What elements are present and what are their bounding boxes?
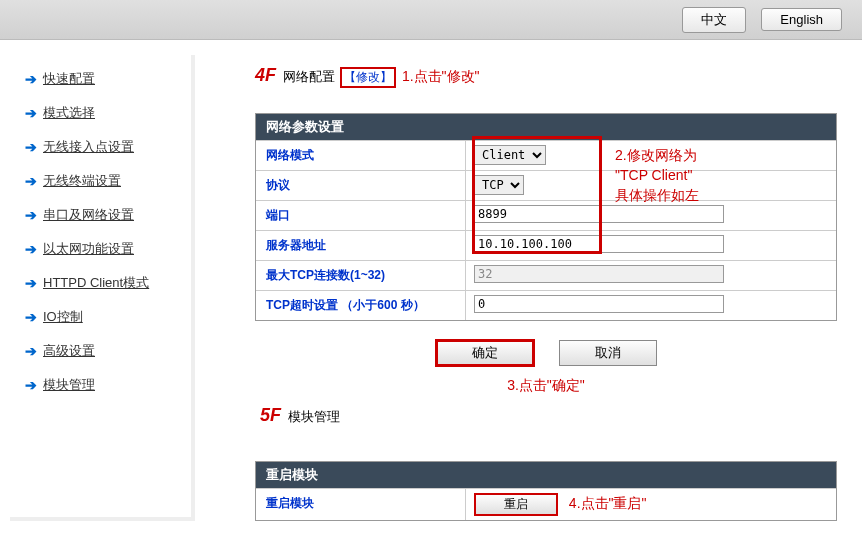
sidebar-item-serial-net[interactable]: ➔串口及网络设置 — [25, 206, 181, 224]
annotation-1: 1.点击"修改" — [402, 68, 480, 84]
sidebar-item-ethernet[interactable]: ➔以太网功能设置 — [25, 240, 181, 258]
sidebar-item-label: 无线接入点设置 — [43, 138, 134, 156]
arrow-icon: ➔ — [25, 343, 37, 359]
row-label-restart: 重启模块 — [256, 489, 466, 520]
ok-button[interactable]: 确定 — [435, 339, 535, 367]
network-mode-select[interactable]: Client — [474, 145, 546, 165]
sidebar-item-sta-settings[interactable]: ➔无线终端设置 — [25, 172, 181, 190]
table-row: 端口 — [256, 200, 836, 230]
arrow-icon: ➔ — [25, 173, 37, 189]
arrow-icon: ➔ — [25, 207, 37, 223]
protocol-select[interactable]: TCP — [474, 175, 524, 195]
sidebar-item-mode-select[interactable]: ➔模式选择 — [25, 104, 181, 122]
arrow-icon: ➔ — [25, 275, 37, 291]
sidebar-item-advanced[interactable]: ➔高级设置 — [25, 342, 181, 360]
lang-cn-button[interactable]: 中文 — [682, 7, 746, 33]
sidebar-item-label: IO控制 — [43, 308, 83, 326]
row-label-proto: 协议 — [256, 171, 466, 200]
cancel-button[interactable]: 取消 — [559, 340, 657, 366]
sidebar-item-label: 模块管理 — [43, 376, 95, 394]
sidebar-item-quick-config[interactable]: ➔快速配置 — [25, 70, 181, 88]
sidebar-item-module-mgmt[interactable]: ➔模块管理 — [25, 376, 181, 394]
table-row: TCP超时设置 （小于600 秒） — [256, 290, 836, 320]
table-row: 网络模式 Client — [256, 140, 836, 170]
section-title: 模块管理 — [288, 409, 340, 424]
restart-table: 重启模块 重启模块 重启 4.点击"重启" — [255, 461, 837, 521]
lang-en-button[interactable]: English — [761, 8, 842, 31]
sidebar-item-label: 以太网功能设置 — [43, 240, 134, 258]
table-header: 重启模块 — [256, 462, 836, 488]
sidebar-item-label: 无线终端设置 — [43, 172, 121, 190]
max-tcp-input — [474, 265, 724, 283]
row-label-server: 服务器地址 — [256, 231, 466, 260]
table-row: 最大TCP连接数(1~32) — [256, 260, 836, 290]
server-address-input[interactable] — [474, 235, 724, 253]
sidebar-item-label: HTTPD Client模式 — [43, 274, 149, 292]
sidebar-item-label: 模式选择 — [43, 104, 95, 122]
arrow-icon: ➔ — [25, 139, 37, 155]
arrow-icon: ➔ — [25, 309, 37, 325]
restart-button[interactable]: 重启 — [474, 493, 558, 516]
row-label-timeout: TCP超时设置 （小于600 秒） — [256, 291, 466, 320]
tcp-timeout-input[interactable] — [474, 295, 724, 313]
table-row: 协议 TCP — [256, 170, 836, 200]
port-input[interactable] — [474, 205, 724, 223]
section-4-header: 4F 网络配置 【修改】 1.点击"修改" — [255, 65, 837, 88]
sidebar-item-label: 快速配置 — [43, 70, 95, 88]
sidebar-item-ap-settings[interactable]: ➔无线接入点设置 — [25, 138, 181, 156]
table-row: 重启模块 重启 4.点击"重启" — [256, 488, 836, 520]
arrow-icon: ➔ — [25, 71, 37, 87]
sidebar-item-label: 串口及网络设置 — [43, 206, 134, 224]
annotation-2: 2.修改网络为 "TCP Client" 具体操作如左 — [615, 145, 699, 205]
sidebar-item-io-control[interactable]: ➔IO控制 — [25, 308, 181, 326]
annotation-4: 4.点击"重启" — [569, 495, 647, 511]
sidebar-item-label: 高级设置 — [43, 342, 95, 360]
step-marker-5f: 5F — [260, 405, 281, 425]
section-5-header: 5F 模块管理 — [260, 405, 837, 426]
annotation-3: 3.点击"确定" — [255, 377, 837, 395]
arrow-icon: ➔ — [25, 105, 37, 121]
sidebar-item-httpd-client[interactable]: ➔HTTPD Client模式 — [25, 274, 181, 292]
step-marker-4f: 4F — [255, 65, 276, 85]
sidebar: ➔快速配置 ➔模式选择 ➔无线接入点设置 ➔无线终端设置 ➔串口及网络设置 ➔以… — [10, 55, 195, 521]
network-params-table: 网络参数设置 网络模式 Client 协议 TCP 端口 服务器地址 — [255, 113, 837, 321]
table-row: 服务器地址 — [256, 230, 836, 260]
row-label-port: 端口 — [256, 201, 466, 230]
row-label-maxtcp: 最大TCP连接数(1~32) — [256, 261, 466, 290]
arrow-icon: ➔ — [25, 377, 37, 393]
modify-link[interactable]: 【修改】 — [340, 67, 396, 88]
row-label-mode: 网络模式 — [256, 141, 466, 170]
section-title: 网络配置 — [283, 69, 335, 84]
arrow-icon: ➔ — [25, 241, 37, 257]
table-header: 网络参数设置 — [256, 114, 836, 140]
